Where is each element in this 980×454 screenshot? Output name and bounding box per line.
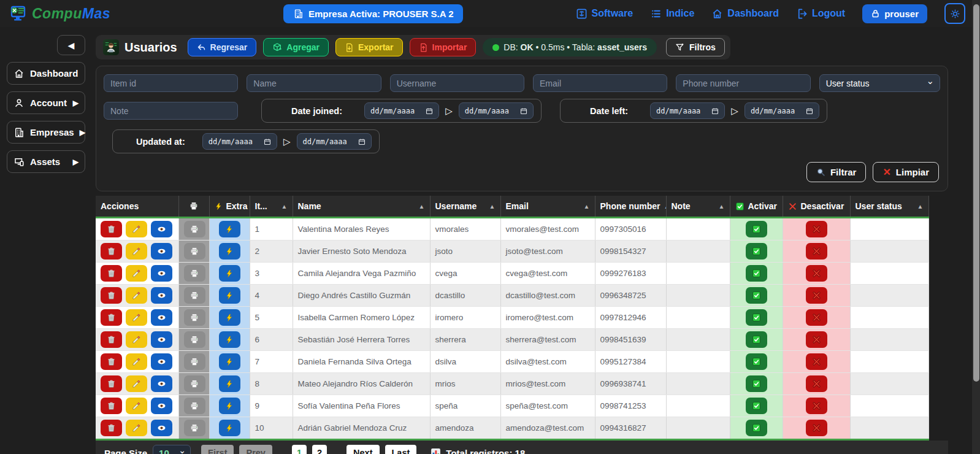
print-button[interactable] [184,221,205,237]
delete-button[interactable] [101,331,122,348]
deactivate-button[interactable] [806,243,827,260]
delete-button[interactable] [101,309,122,326]
activate-button[interactable] [746,331,767,348]
col-print[interactable] [178,196,209,218]
view-button[interactable] [151,287,172,304]
page-size-select[interactable]: 10 [153,445,191,454]
col-activate[interactable]: Activar [730,196,783,218]
extra-button[interactable] [219,221,240,237]
phone-filter-input[interactable] [676,74,810,92]
print-button[interactable] [184,243,205,260]
edit-button[interactable] [126,265,147,282]
extra-button[interactable] [219,309,240,326]
updated-at-from-input[interactable]: dd/mm/aaaa [202,133,277,150]
extra-button[interactable] [219,375,240,392]
page-number-button-1[interactable]: 1 [292,445,307,454]
date-joined-from-input[interactable]: dd/mm/aaaa [364,102,439,119]
nav-link-dashboard[interactable]: Dashboard [711,8,779,20]
print-button[interactable] [184,287,205,304]
extra-button[interactable] [219,398,240,414]
scrollbar-thumb[interactable] [973,4,979,382]
updated-at-to-input[interactable]: dd/mm/aaaa [297,133,372,150]
username-filter-input[interactable] [390,74,524,92]
delete-button[interactable] [101,287,122,304]
deactivate-button[interactable] [806,221,827,237]
print-button[interactable] [184,331,205,348]
col-email[interactable]: Email▲ [500,196,595,218]
print-button[interactable] [184,375,205,392]
user-button[interactable]: prouser [862,4,927,23]
add-button[interactable]: Agregar [263,38,329,56]
view-button[interactable] [151,221,172,237]
sidebar-item-dashboard[interactable]: Dashboard [7,62,85,85]
page-number-button-2[interactable]: 2 [312,445,327,454]
nav-link-logout[interactable]: Logout [796,8,845,20]
nav-link-software[interactable]: Software [576,8,634,20]
item-id-filter-input[interactable] [104,74,238,92]
deactivate-button[interactable] [806,353,827,370]
deactivate-button[interactable] [806,398,827,414]
col-user-status[interactable]: User status▲ [850,196,928,218]
edit-button[interactable] [126,309,147,326]
note-filter-input[interactable] [104,102,238,120]
activate-button[interactable] [746,420,767,436]
date-left-to-input[interactable]: dd/mm/aaaa [745,102,819,119]
deactivate-button[interactable] [806,420,827,436]
print-button[interactable] [184,265,205,282]
filters-button[interactable]: Filtros [666,38,725,56]
print-button[interactable] [184,398,205,414]
sidebar-item-empresas[interactable]: Empresas ▶ [7,121,85,144]
view-button[interactable] [151,420,172,436]
back-button[interactable]: Regresar [188,38,257,56]
deactivate-button[interactable] [806,331,827,348]
extra-button[interactable] [219,420,240,436]
filter-clear-button[interactable]: ✕ Limpiar [873,162,939,182]
col-item-id[interactable]: It...▲ [250,196,293,218]
date-joined-to-input[interactable]: dd/mm/aaaa [459,102,534,119]
view-button[interactable] [151,353,172,370]
col-username[interactable]: Username▲ [430,196,500,218]
col-phone[interactable]: Phone number▲ [595,196,666,218]
last-page-button[interactable]: Last [385,445,417,454]
user-status-select[interactable]: User status [819,74,940,92]
sidebar-item-assets[interactable]: Assets ▶ [7,150,85,173]
activate-button[interactable] [746,309,767,326]
deactivate-button[interactable] [806,309,827,326]
delete-button[interactable] [101,353,122,370]
filter-apply-button[interactable]: Filtrar [806,162,867,182]
edit-button[interactable] [126,243,147,260]
sidebar-collapse-button[interactable]: ◀ [57,35,85,55]
prev-page-button[interactable]: Prev [239,445,272,454]
col-extra[interactable]: Extra [209,196,250,218]
activate-button[interactable] [746,353,767,370]
delete-button[interactable] [101,375,122,392]
activate-button[interactable] [746,398,767,414]
print-button[interactable] [184,309,205,326]
extra-button[interactable] [219,353,240,370]
extra-button[interactable] [219,287,240,304]
view-button[interactable] [151,309,172,326]
delete-button[interactable] [101,243,122,260]
export-button[interactable]: Exportar [335,38,403,56]
delete-button[interactable] [101,398,122,414]
view-button[interactable] [151,265,172,282]
activate-button[interactable] [746,265,767,282]
email-filter-input[interactable] [533,74,667,92]
delete-button[interactable] [101,420,122,436]
edit-button[interactable] [126,420,147,436]
edit-button[interactable] [126,287,147,304]
extra-button[interactable] [219,243,240,260]
edit-button[interactable] [126,398,147,414]
name-filter-input[interactable] [247,74,381,92]
deactivate-button[interactable] [806,375,827,392]
edit-button[interactable] [126,353,147,370]
col-note[interactable]: Note▲ [666,196,730,218]
activate-button[interactable] [746,375,767,392]
edit-button[interactable] [126,331,147,348]
date-left-from-input[interactable]: dd/mm/aaaa [650,102,725,119]
first-page-button[interactable]: First [201,445,234,454]
sidebar-item-account[interactable]: Account ▶ [7,91,85,114]
page-scrollbar[interactable] [972,0,980,454]
theme-toggle-button[interactable] [944,3,965,24]
deactivate-button[interactable] [806,287,827,304]
